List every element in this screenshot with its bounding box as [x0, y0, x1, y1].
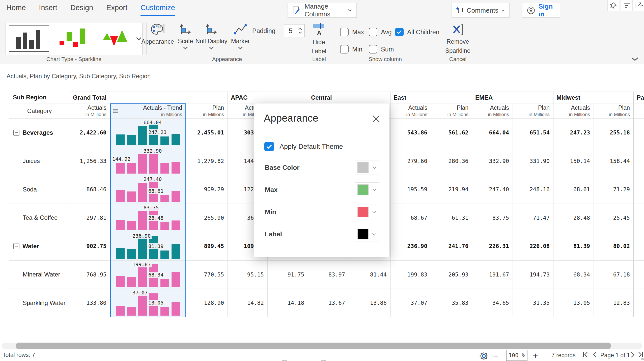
data-cell[interactable]: 28.48: [553, 204, 594, 232]
data-cell[interactable]: 25.45: [594, 204, 634, 232]
row-label-water[interactable]: Water: [9, 232, 70, 261]
data-cell[interactable]: 2,422.60: [70, 119, 110, 147]
row-label-juices[interactable]: Juices: [9, 147, 70, 176]
sparkline-type-bar[interactable]: [9, 25, 49, 52]
header-actuals-trend[interactable]: Actuals - Trendin Millions: [110, 103, 186, 119]
data-cell[interactable]: 247.23: [553, 119, 594, 147]
header-grand-total-actuals[interactable]: Actualsin Millions: [70, 103, 110, 119]
apply-default-theme-checkbox[interactable]: [264, 142, 274, 151]
chevron-down-icon[interactable]: [209, 46, 214, 49]
sparkline-cell[interactable]: 83.7528.48: [110, 204, 186, 232]
header-region-grand-total[interactable]: Grand Total: [70, 92, 228, 103]
tab-insert[interactable]: Insert: [39, 4, 57, 16]
header-midwest-plan[interactable]: Planin Millions: [594, 103, 634, 119]
header-emea-plan[interactable]: Planin Millions: [513, 103, 553, 119]
checkbox-min[interactable]: [340, 45, 349, 53]
data-cell[interactable]: 31.35: [513, 289, 553, 317]
data-cell[interactable]: 83.97: [308, 261, 349, 289]
remove-sparkline-button[interactable]: Remove Sparkline: [442, 23, 474, 54]
sparkline-cell[interactable]: 37.0713.05: [110, 289, 186, 317]
previous-page-button[interactable]: [592, 351, 598, 358]
data-cell[interactable]: 205.93: [431, 261, 472, 289]
data-cell[interactable]: 150.14: [553, 147, 594, 176]
tab-home[interactable]: Home: [6, 4, 26, 16]
padding-spinner[interactable]: 5: [284, 24, 305, 37]
data-cell[interactable]: 561.62: [431, 119, 472, 147]
data-cell[interactable]: 83.75: [472, 204, 513, 232]
data-cell[interactable]: 35.83: [431, 289, 472, 317]
zoom-level-box[interactable]: 100 %: [506, 350, 527, 361]
data-cell[interactable]: 902.75: [70, 232, 110, 261]
data-cell[interactable]: 248.16: [513, 175, 553, 204]
data-cell[interactable]: 770.55: [186, 261, 228, 289]
first-page-button[interactable]: [582, 351, 589, 358]
data-cell[interactable]: 14.18: [268, 289, 308, 317]
chevron-down-icon[interactable]: [238, 46, 243, 49]
data-cell[interactable]: 80.02: [594, 232, 634, 261]
data-cell[interactable]: 332.90: [472, 147, 513, 176]
row-label-beverages[interactable]: Beverages: [9, 119, 70, 147]
data-cell[interactable]: 868.46: [70, 175, 110, 204]
header-east-actuals[interactable]: Actualsin Millions: [390, 103, 431, 119]
header-emea-actuals[interactable]: Actualsin Millions: [472, 103, 513, 119]
data-cell[interactable]: 2,455.01: [186, 119, 228, 147]
data-cell[interactable]: 68.34: [553, 261, 594, 289]
sparkline-cell[interactable]: 199.8368.34: [110, 261, 186, 289]
color-picker-max[interactable]: [355, 182, 379, 197]
row-label-sparkling-water[interactable]: Sparkling Water: [9, 289, 70, 317]
scrollbar-thumb[interactable]: [16, 343, 611, 349]
sparkline-cell[interactable]: 664.04247.23: [110, 119, 186, 147]
row-label-soda[interactable]: Soda: [9, 175, 70, 204]
data-cell[interactable]: 226.08: [513, 232, 553, 261]
header-category[interactable]: Category: [9, 103, 70, 119]
checkbox-all-children[interactable]: [395, 28, 404, 36]
data-cell[interactable]: 247.40: [472, 175, 513, 204]
data-cell[interactable]: 255.18: [594, 119, 634, 147]
data-cell[interactable]: 95.15: [228, 261, 268, 289]
tab-customize[interactable]: Customize: [141, 4, 175, 16]
data-cell[interactable]: 543.86: [390, 119, 431, 147]
data-cell[interactable]: 297.81: [70, 204, 110, 232]
data-cell[interactable]: 279.60: [390, 147, 431, 176]
horizontal-scrollbar[interactable]: [2, 343, 642, 349]
data-cell[interactable]: 13.05: [553, 289, 594, 317]
collapse-ribbon-button[interactable]: [631, 57, 639, 62]
data-cell[interactable]: 133.80: [70, 289, 110, 317]
checkbox-avg[interactable]: [369, 28, 377, 36]
header-region-midwest[interactable]: Midwest: [553, 92, 634, 103]
data-cell[interactable]: 219.94: [431, 175, 472, 204]
header-region-apac[interactable]: APAC: [228, 92, 308, 103]
header-region-central[interactable]: Central: [308, 92, 390, 103]
pin-button[interactable]: [607, 0, 619, 11]
checkbox-sum[interactable]: [369, 45, 377, 53]
chevron-down-icon[interactable]: [183, 46, 188, 49]
checkbox-max[interactable]: [340, 28, 349, 36]
hide-label-button[interactable]: A Hide Label: [307, 23, 330, 55]
data-cell[interactable]: 61.31: [431, 204, 472, 232]
more-options-button[interactable]: [641, 0, 644, 11]
manage-columns-button[interactable]: Manage Columns: [288, 3, 357, 18]
data-cell[interactable]: 768.95: [70, 261, 110, 289]
data-cell[interactable]: 191.67: [472, 261, 513, 289]
data-cell[interactable]: 651.54: [513, 119, 553, 147]
row-label-tea-coffee[interactable]: Tea & Coffee: [9, 204, 70, 232]
header-sub-region[interactable]: Sub Region: [9, 92, 70, 103]
data-cell[interactable]: 194.73: [513, 261, 553, 289]
header-midwest-actuals[interactable]: Actualsin Millions: [553, 103, 594, 119]
data-cell[interactable]: 265.90: [186, 204, 228, 232]
zoom-out-button[interactable]: −: [493, 351, 498, 361]
data-cell[interactable]: 1,256.33: [70, 147, 110, 176]
data-cell[interactable]: 67.18: [594, 261, 634, 289]
settings-button[interactable]: [479, 351, 489, 361]
data-cell[interactable]: 12.83: [594, 289, 634, 317]
collapse-toggle-icon[interactable]: [13, 130, 19, 136]
comments-button[interactable]: Comments: [452, 3, 510, 18]
data-cell[interactable]: 68.67: [390, 204, 431, 232]
color-picker-label[interactable]: [355, 227, 379, 241]
header-grand-total-plan[interactable]: Planin Millions: [186, 103, 228, 119]
data-cell[interactable]: 226.31: [472, 232, 513, 261]
data-cell[interactable]: 81.44: [349, 261, 390, 289]
tab-export[interactable]: Export: [106, 4, 127, 16]
header-region-pa[interactable]: Pa: [634, 92, 644, 103]
sparkline-type-winloss[interactable]: [54, 25, 92, 52]
